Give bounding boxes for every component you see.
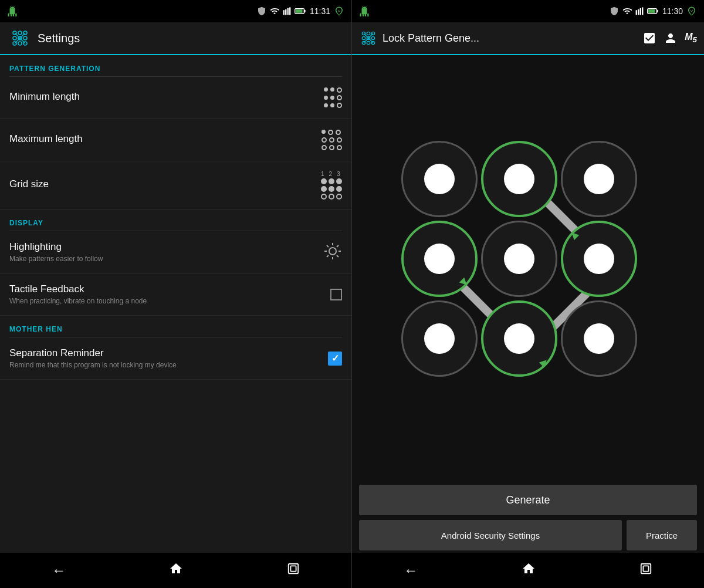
nav-bar-right: ← xyxy=(352,553,704,588)
settings-content: PATTERN GENERATION Minimum length xyxy=(0,55,351,553)
bottom-row: Android Security Settings Practice xyxy=(359,520,697,550)
android-icon-right xyxy=(359,6,370,16)
grid-size-title: Grid size xyxy=(9,178,312,190)
status-right-right-icons: 11:30 xyxy=(610,6,697,16)
node-1-0[interactable]: ▶ xyxy=(401,221,478,297)
tactile-feedback-title: Tactile Feedback xyxy=(9,283,321,295)
back-button-left[interactable]: ← xyxy=(40,557,77,583)
shield-icon-right xyxy=(610,6,619,16)
highlighting-title: Highlighting xyxy=(9,241,314,253)
settings-title: Settings xyxy=(38,32,80,45)
tactile-feedback-item[interactable]: Tactile Feedback When practicing, vibrat… xyxy=(0,273,351,316)
signal-icon xyxy=(283,6,291,16)
separation-reminder-title: Separation Reminder xyxy=(9,347,319,359)
wifi-icon xyxy=(270,6,279,16)
svg-rect-27 xyxy=(648,9,655,13)
alien-icon xyxy=(334,6,344,16)
separation-reminder-item[interactable]: Separation Reminder Remind me that this … xyxy=(0,337,351,380)
node-2-0[interactable] xyxy=(401,300,478,377)
recent-button-right[interactable] xyxy=(628,557,664,583)
minimum-length-title: Minimum length xyxy=(9,91,314,103)
settings-app-icon xyxy=(9,28,31,49)
node-0-1[interactable] xyxy=(481,141,557,217)
maximum-length-title: Maximum length xyxy=(9,133,312,145)
svg-line-23 xyxy=(327,255,329,257)
pattern-area: ▶ ▶ ▶ xyxy=(352,55,704,480)
svg-line-21 xyxy=(337,255,339,257)
status-left-icons xyxy=(7,6,18,16)
android-icon xyxy=(7,6,18,16)
pattern-grid: ▶ ▶ ▶ xyxy=(401,141,655,377)
lock-pattern-app-icon xyxy=(359,29,378,48)
back-button-right[interactable]: ← xyxy=(392,557,429,583)
grid-size-item[interactable]: Grid size 123 xyxy=(0,161,351,209)
mother-hen-header: MOTHER HEN xyxy=(0,316,351,337)
svg-line-20 xyxy=(327,245,329,247)
left-panel: 11:31 Settings PATTERN GENERATION xyxy=(0,0,352,588)
arrow-1-0: ▶ xyxy=(458,276,471,289)
tactile-feedback-subtitle: When practicing, vibrate on touching a n… xyxy=(9,297,321,305)
time-left: 11:31 xyxy=(310,6,330,16)
node-2-1[interactable]: ▶ xyxy=(481,300,557,377)
separation-reminder-subtitle: Remind me that this program is not locki… xyxy=(9,361,319,369)
topbar-checkbox-icon[interactable] xyxy=(642,31,656,45)
bottom-buttons: Generate Android Security Settings Pract… xyxy=(352,480,704,553)
wifi-icon-right xyxy=(622,6,632,16)
svg-rect-24 xyxy=(289,564,299,574)
status-right-info: 11:31 xyxy=(257,6,344,16)
grid-size-icon: 123 xyxy=(321,171,342,200)
topbar-person-icon[interactable] xyxy=(664,31,678,45)
svg-rect-25 xyxy=(290,566,296,571)
status-bar-right: 11:30 xyxy=(352,0,704,22)
pattern-generation-header: PATTERN GENERATION xyxy=(0,55,351,76)
status-right-left-icons xyxy=(359,6,370,16)
time-right: 11:30 xyxy=(662,6,683,16)
practice-button[interactable]: Practice xyxy=(627,520,697,550)
display-header: DISPLAY xyxy=(0,209,351,231)
home-button-right[interactable] xyxy=(510,557,547,584)
node-0-2[interactable] xyxy=(561,141,637,217)
topbar-m5-icon[interactable]: M5 xyxy=(685,32,697,44)
minimum-length-item[interactable]: Minimum length xyxy=(0,77,351,119)
svg-rect-2 xyxy=(304,10,305,12)
android-security-button[interactable]: Android Security Settings xyxy=(359,520,622,550)
nav-bar-left: ← xyxy=(0,553,351,588)
arrow-1-2: ▶ xyxy=(567,229,580,242)
highlight-icon xyxy=(323,242,342,263)
arrow-2-1: ▶ xyxy=(537,356,550,369)
generate-button[interactable]: Generate xyxy=(359,485,697,515)
highlighting-item[interactable]: Highlighting Make patterns easier to fol… xyxy=(0,231,351,273)
status-bar-left: 11:31 xyxy=(0,0,351,22)
node-2-2[interactable] xyxy=(561,300,637,377)
battery-icon xyxy=(295,7,306,15)
top-bar-actions: M5 xyxy=(642,31,697,45)
highlighting-subtitle: Make patterns easier to follow xyxy=(9,255,314,263)
svg-rect-1 xyxy=(296,9,302,13)
alien-icon-right xyxy=(686,6,697,16)
brightness-icon xyxy=(323,242,342,261)
node-1-2[interactable]: ▶ xyxy=(561,221,637,297)
svg-line-22 xyxy=(337,245,339,247)
top-bar-left: Settings xyxy=(0,22,351,55)
signal-icon-right xyxy=(635,6,644,16)
maximum-length-item[interactable]: Maximum length xyxy=(0,119,351,161)
top-bar-right: Lock Pattern Gene... M5 xyxy=(352,22,704,55)
home-button-left[interactable] xyxy=(157,557,195,584)
svg-point-15 xyxy=(329,248,336,255)
right-panel: 11:30 Lock Pattern Gene... xyxy=(352,0,704,588)
minimum-length-icon xyxy=(324,87,342,108)
recent-button-left[interactable] xyxy=(275,557,312,583)
svg-rect-28 xyxy=(656,10,658,12)
maximum-length-icon xyxy=(321,130,342,150)
separation-checkbox[interactable] xyxy=(328,352,342,366)
battery-icon-right xyxy=(647,7,659,15)
pattern-grid-container: ▶ ▶ ▶ xyxy=(401,141,655,394)
shield-icon xyxy=(257,6,266,16)
node-0-0[interactable] xyxy=(401,141,478,217)
lock-pattern-title: Lock Pattern Gene... xyxy=(383,32,638,45)
tactile-checkbox[interactable] xyxy=(330,289,342,300)
svg-rect-44 xyxy=(641,564,651,574)
node-1-1[interactable] xyxy=(481,221,557,297)
svg-rect-45 xyxy=(643,566,648,571)
